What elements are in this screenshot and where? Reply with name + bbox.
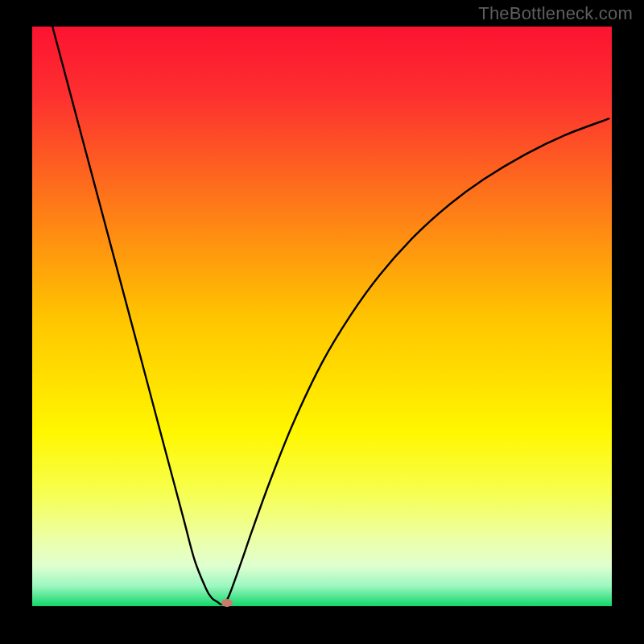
plot-area-wrap — [32, 27, 612, 606]
plot-svg — [32, 27, 612, 606]
plot-background — [32, 27, 612, 606]
watermark-text: TheBottleneck.com — [478, 3, 633, 24]
optimal-point-marker — [221, 599, 233, 607]
chart-frame: TheBottleneck.com — [0, 0, 644, 644]
